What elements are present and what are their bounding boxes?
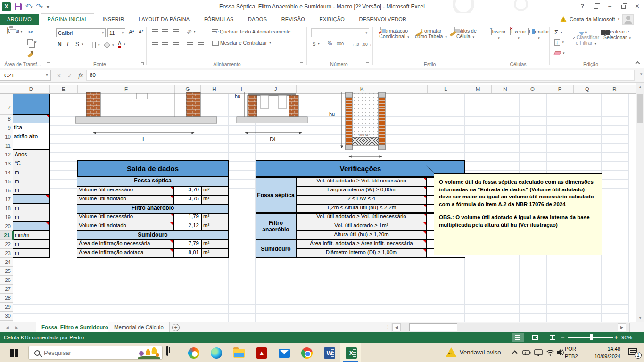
page-layout-view-button[interactable] [529,333,541,342]
clock[interactable]: 14:48 10/09/2024 [583,345,620,360]
close-icon[interactable] [630,0,644,12]
cut-button[interactable] [28,29,33,35]
zoom-in-icon[interactable]: + [614,332,618,343]
insert-cells-button[interactable]: Inserir [489,29,507,40]
fill-color-button[interactable] [104,42,114,48]
tab-layout-da-pagina[interactable]: LAYOUT DA PÁGINA [132,14,196,25]
column-header[interactable]: N [492,85,519,93]
decrease-decimal-button[interactable] [362,41,372,47]
font-dialog-launcher-icon[interactable] [140,61,145,66]
align-left-button[interactable] [152,41,158,46]
battery-icon[interactable] [522,349,531,356]
cell-d17[interactable] [13,195,50,204]
enter-icon[interactable] [67,71,72,80]
hidden-icons-chevron[interactable] [512,350,517,355]
help-icon[interactable] [576,0,589,12]
clear-button[interactable] [554,51,565,55]
row-header[interactable]: 11 [0,141,13,150]
account-dropdown-icon[interactable]: ▾ [618,17,619,21]
cell-d19[interactable]: m [13,213,50,222]
chrome-icon[interactable] [301,347,313,359]
row-header[interactable]: 14 [0,168,13,177]
align-right-button[interactable] [173,41,179,46]
row-header[interactable]: 16 [0,186,13,195]
row-header[interactable]: 10 [0,132,13,141]
language-indicator[interactable]: POR PTB2 [565,345,578,360]
column-header[interactable]: O [519,85,546,93]
sheet-nav-prev-icon[interactable]: ◀ [6,322,9,333]
format-cells-button[interactable]: Formatar [528,29,549,40]
cell-d9[interactable]: tica [13,123,50,132]
column-header[interactable]: R [601,85,628,93]
collapse-ribbon-icon[interactable] [636,61,640,66]
zoom-percentage[interactable]: 90% [621,332,632,343]
sheet-tab-memorial[interactable]: Memorial de Cálculo [108,322,170,333]
formula-input[interactable]: 80 [86,70,635,81]
cell-d22[interactable]: m [13,240,50,249]
format-as-table-button[interactable]: Formatar como Tabela [414,28,448,39]
tab-formulas[interactable]: FÓRMULAS [198,14,240,25]
cell-d21-active[interactable]: min/m [13,231,50,240]
column-header[interactable]: Q [574,85,601,93]
row-header[interactable]: 20 [0,222,13,231]
scrollbar-splitter[interactable]: ⋮ [386,324,390,329]
font-color-button[interactable]: A [118,41,125,48]
speaker-icon[interactable] [557,349,565,356]
number-dialog-launcher-icon[interactable] [365,61,370,66]
weather-alert-icon[interactable] [446,347,457,357]
row-header[interactable]: 17 [0,195,13,204]
cell-d13[interactable]: °C [13,159,50,168]
sheet-tab-fossa[interactable]: Fossa, Filtro e Sumidouro [36,322,115,333]
row-header[interactable]: 9 [0,123,13,132]
acrobat-icon[interactable]: ▲ [256,347,268,359]
align-bottom-button[interactable] [173,29,179,34]
comma-style-button[interactable]: 000 [337,41,344,46]
tab-exibicao[interactable]: EXIBIÇÃO [313,14,351,25]
column-header[interactable]: P [546,85,574,93]
tab-dados[interactable]: DADOS [242,14,273,25]
font-family-select[interactable]: Calibri▾ [56,28,106,37]
start-button[interactable] [10,349,18,357]
italic-button[interactable]: I [67,41,68,48]
expand-formula-bar-icon[interactable]: ▼ [639,72,643,76]
cell-d16[interactable]: m [13,186,50,195]
word-icon[interactable]: W [323,347,336,359]
row-header-active[interactable]: 21 [0,231,13,240]
column-header[interactable]: M [464,85,492,93]
row-header[interactable]: 29 [0,303,13,312]
row-header[interactable]: 22 [0,240,13,249]
number-format-select[interactable]: ▾ [311,28,369,37]
align-middle-button[interactable] [162,29,168,34]
tab-inserir[interactable]: INSERIR [96,14,130,25]
row-header[interactable]: 30 [0,312,13,321]
clipboard-dialog-launcher-icon[interactable] [46,61,51,66]
find-select-button[interactable]: Localizar e Selecionar [603,29,632,40]
name-box-dropdown-icon[interactable]: ▼ [43,73,50,77]
ribbon-display-options-icon[interactable] [589,0,603,12]
tab-revisao[interactable]: REVISÃO [275,14,311,25]
task-view-icon[interactable] [165,347,177,359]
increase-decimal-button[interactable] [352,41,359,47]
column-header[interactable]: L [428,85,464,93]
wrap-text-button[interactable]: Quebrar Texto Automaticamente [212,29,290,34]
decrease-font-button[interactable] [139,29,143,34]
vertical-scrollbar[interactable]: ▲ ▼ [636,83,644,322]
file-explorer-icon[interactable] [233,347,245,359]
copilot-icon[interactable] [188,347,200,359]
copy-button[interactable] [27,39,37,45]
weather-label[interactable]: Vendaval aviso [460,349,501,356]
bold-button[interactable]: N [58,41,62,48]
new-sheet-icon[interactable]: + [172,324,180,331]
horizontal-scroll-thumb[interactable] [409,323,457,331]
fill-button[interactable] [554,40,564,45]
format-painter-button[interactable] [27,50,33,57]
row-header[interactable]: 24 [0,258,13,267]
column-header[interactable]: D [13,85,50,93]
row-header[interactable]: 28 [0,294,13,303]
cell-d11[interactable] [13,141,50,150]
row-header[interactable]: 13 [0,159,13,168]
sheet-nav-next-icon[interactable]: ▶ [15,322,18,333]
cell-styles-button[interactable]: Estilos de Célula [449,28,482,39]
conditional-formatting-button[interactable]: Formatação Condicional [377,28,411,39]
merge-center-button[interactable]: Mesclar e Centralizar [212,40,271,46]
